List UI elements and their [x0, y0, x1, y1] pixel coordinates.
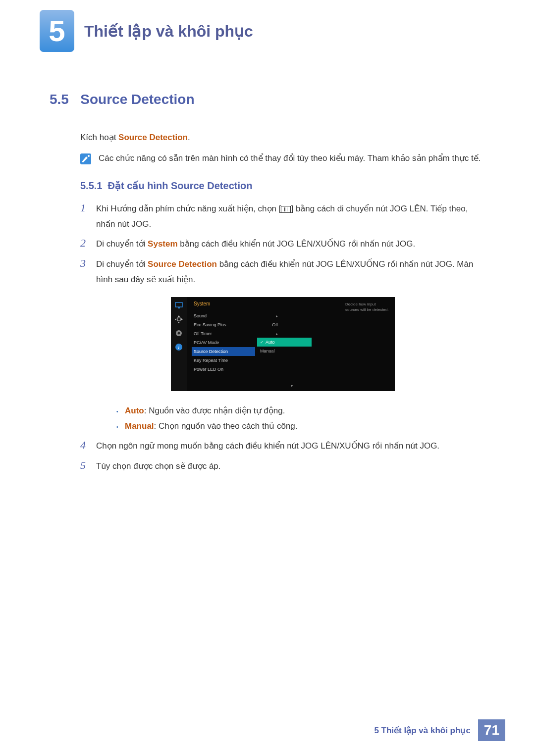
bullet-manual: Manual: Chọn nguồn vào theo cách thủ côn… [115, 419, 485, 434]
intro-text: Kích hoạt Source Detection. [80, 132, 485, 143]
svg-rect-2 [178, 307, 180, 308]
osd-row-eco: Eco Saving PlusOff [194, 320, 395, 329]
svg-point-5 [178, 332, 180, 335]
step-number: 2 [80, 237, 96, 250]
step-number: 1 [80, 202, 96, 214]
steps-list: 1 Khi Hướng dẫn phím chức năng xuất hiện… [80, 202, 485, 474]
step-4: 4 Chọn ngôn ngữ mong muốn bằng cách điều… [80, 439, 485, 454]
step-number: 5 [80, 459, 96, 472]
move-icon [174, 315, 183, 324]
monitor-icon [174, 301, 183, 310]
section-title: 5.5 Source Detection [50, 92, 485, 107]
chapter-title: Thiết lập và khôi phục [84, 22, 253, 41]
svg-point-0 [88, 155, 90, 157]
note-text: Các chức năng có sẵn trên màn hình có th… [99, 151, 481, 165]
osd-row-source-detection: Source Detection [192, 347, 255, 356]
step-text: Di chuyển tới Source Detection bằng cách… [96, 257, 485, 287]
footer-chapter-label: 5 Thiết lập và khôi phục [374, 725, 470, 736]
osd-submenu: Auto Manual [257, 338, 312, 355]
osd-option-manual: Manual [257, 347, 312, 355]
osd-main: System Sound▸ Eco Saving PlusOff Off Tim… [187, 297, 395, 391]
subsection-title: 5.5.1 Đặt cấu hình Source Detection [80, 180, 485, 192]
step-text: Tùy chọn được chọn sẽ được áp. [96, 459, 485, 474]
chapter-header: 5 Thiết lập và khôi phục [0, 0, 535, 52]
option-bullets: Auto: Nguồn vào được nhận diện tự động. … [115, 403, 485, 434]
osd-row-timer: Off Timer▸ [194, 329, 395, 338]
step-1: 1 Khi Hướng dẫn phím chức năng xuất hiện… [80, 202, 485, 232]
page-footer: 5 Thiết lập và khôi phục 71 [374, 719, 505, 741]
svg-rect-1 [175, 302, 182, 307]
intro-keyword: Source Detection [118, 133, 188, 142]
step-text: Chọn ngôn ngữ mong muốn bằng cách điều k… [96, 439, 485, 454]
osd-row-led: Power LED On [194, 365, 395, 374]
info-icon: i [174, 343, 183, 352]
step-number: 4 [80, 439, 96, 452]
note-block: Các chức năng có sẵn trên màn hình có th… [80, 151, 485, 165]
section-number: 5.5 [50, 92, 69, 107]
step-3: 3 Di chuyển tới Source Detection bằng cá… [80, 257, 485, 287]
section-name: Source Detection [80, 92, 194, 107]
osd-row-sound: Sound▸ [194, 311, 395, 320]
step-2: 2 Di chuyển tới System bằng cách điều kh… [80, 237, 485, 252]
note-icon [80, 153, 91, 164]
osd-sidebar: i [171, 297, 187, 391]
step-text: Khi Hướng dẫn phím chức năng xuất hiện, … [96, 202, 485, 232]
osd-row-key: Key Repeat Time [194, 356, 395, 365]
bullet-auto: Auto: Nguồn vào được nhận diện tự động. [115, 403, 485, 419]
gear-icon [174, 329, 183, 338]
page-content: 5.5 Source Detection Kích hoạt Source De… [0, 52, 535, 474]
step-text: Di chuyển tới System bằng cách điều khiể… [96, 237, 485, 252]
keyword-source-detection: Source Detection [148, 259, 217, 269]
svg-text:i: i [178, 345, 180, 350]
svg-rect-3 [177, 318, 180, 321]
step-number: 3 [80, 257, 96, 270]
menu-icon [281, 206, 291, 213]
osd-down-arrow-icon: ▾ [291, 384, 293, 388]
step-5: 5 Tùy chọn được chọn sẽ được áp. [80, 459, 485, 474]
footer-page-number: 71 [478, 719, 505, 741]
osd-screenshot: i System Sound▸ Eco Saving PlusOff Off T… [171, 297, 395, 391]
chapter-number-badge: 5 [40, 10, 74, 52]
osd-description: Decide how input sources will be detecte… [345, 302, 390, 312]
osd-option-auto: Auto [257, 338, 312, 347]
keyword-system: System [148, 239, 177, 249]
